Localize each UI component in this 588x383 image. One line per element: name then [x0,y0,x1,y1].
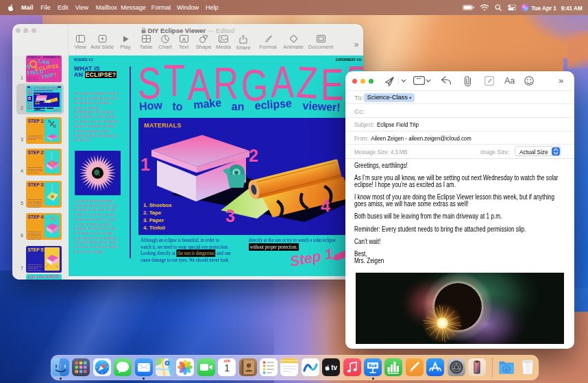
svg-text:1: 1 [140,155,150,174]
svg-text:2: 2 [249,146,258,165]
svg-text:3: 3 [225,206,235,225]
svg-text:4: 4 [321,196,330,215]
svg-text:A: A [182,36,186,42]
